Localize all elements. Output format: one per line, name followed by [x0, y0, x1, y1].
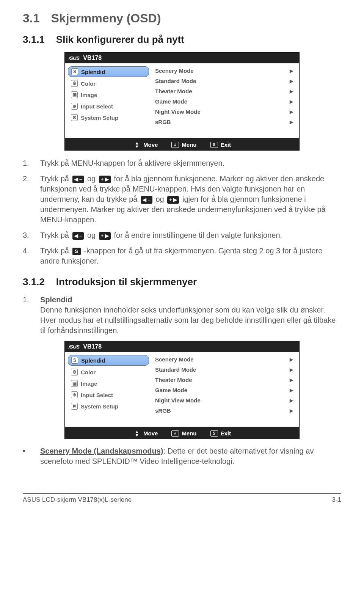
- foot-label: Menu: [182, 141, 196, 148]
- subsection-heading-3-1-2: 3.1.2Introduksjon til skjermmenyer: [23, 276, 341, 288]
- osd-footer: ▴▾Move ↲Menu SExit: [65, 139, 299, 150]
- menu-label: Splendid: [81, 69, 105, 75]
- sub-label: Night View Mode: [155, 397, 201, 404]
- color-icon: ⚙: [71, 369, 78, 375]
- chevron-right-icon: ▶: [290, 79, 293, 84]
- chevron-right-icon: ▶: [290, 377, 293, 383]
- menu-item-splendid[interactable]: S Splendid: [68, 66, 149, 77]
- s-button-icon: S: [72, 248, 81, 255]
- menu-item-color[interactable]: ⚙ Color: [68, 367, 149, 377]
- osd-body: S Splendid ⚙ Color ▣ Image ⊕ Input Selec…: [65, 63, 299, 139]
- updown-icon: ▴▾: [133, 430, 141, 437]
- asus-logo: /SUS: [69, 344, 79, 350]
- sub-item-standard[interactable]: Standard Mode▶: [154, 77, 294, 85]
- page-footer: ASUS LCD-skjerm VB178(x)L-seriene 3-1: [23, 493, 341, 511]
- input-select-icon: ⊕: [71, 391, 78, 398]
- menu-label: Splendid: [81, 357, 105, 364]
- footer-left: ASUS LCD-skjerm VB178(x)L-seriene: [23, 496, 132, 504]
- system-setup-icon: ✖: [71, 403, 78, 410]
- footer-page-number: 3-1: [332, 496, 341, 504]
- menu-item-color[interactable]: ⚙ Color: [68, 79, 149, 88]
- osd-panel: /SUS VB178 S Splendid ⚙ Color ▣ Image ⊕ …: [64, 341, 300, 439]
- sub-item-standard[interactable]: Standard Mode▶: [154, 365, 294, 374]
- sub-item-scenery[interactable]: Scenery Mode▶: [154, 66, 294, 75]
- step-2: 2. Trykk på ◀ – og + ▶ for å bla gjennom…: [23, 174, 341, 225]
- step-text: Trykk på MENU-knappen for å aktivere skj…: [40, 158, 341, 168]
- sub-label: sRGB: [155, 407, 171, 414]
- item-title: Splendid: [40, 295, 72, 304]
- color-icon: ⚙: [71, 80, 78, 87]
- updown-icon: ▴▾: [133, 142, 141, 148]
- item-body: Splendid Denne funksjonen inneholder sek…: [40, 295, 341, 336]
- sub-label: Standard Mode: [155, 366, 196, 373]
- sub-label: Game Mode: [155, 98, 187, 105]
- sub-item-scenery[interactable]: Scenery Mode▶: [154, 355, 294, 364]
- step-1: 1. Trykk på MENU-knappen for å aktivere …: [23, 158, 341, 168]
- menu-item-image[interactable]: ▣ Image: [68, 90, 149, 100]
- osd-model: VB178: [83, 343, 102, 350]
- sub-label: Night View Mode: [155, 108, 201, 115]
- step-number: 2.: [23, 174, 40, 225]
- chevron-right-icon: ▶: [290, 89, 293, 94]
- sub-item-game[interactable]: Game Mode▶: [154, 97, 294, 106]
- sub-item-game[interactable]: Game Mode▶: [154, 386, 294, 394]
- foot-exit: SExit: [210, 430, 231, 437]
- step-text: Trykk på S -knappen for å gå ut fra skje…: [40, 246, 341, 266]
- menu-item-input-select[interactable]: ⊕ Input Select: [68, 390, 149, 400]
- sub-label: Scenery Mode: [155, 68, 194, 74]
- chevron-right-icon: ▶: [290, 408, 293, 413]
- splendid-icon: S: [71, 68, 78, 75]
- menu-label: Color: [81, 369, 96, 375]
- sub-label: Game Mode: [155, 387, 187, 393]
- menu-label: System Setup: [81, 403, 118, 410]
- osd-model: VB178: [83, 55, 102, 61]
- chevron-right-icon: ▶: [290, 388, 293, 393]
- chevron-right-icon: ▶: [290, 367, 293, 372]
- menu-label: Input Select: [81, 392, 113, 398]
- bullet-scenery-mode: • Scenery Mode (Landskapsmodus): Dette e…: [23, 446, 341, 466]
- sub-item-theater[interactable]: Theater Mode▶: [154, 87, 294, 96]
- step-number: 4.: [23, 246, 40, 266]
- image-icon: ▣: [71, 380, 78, 387]
- sub-item-night-view[interactable]: Night View Mode▶: [154, 396, 294, 405]
- foot-exit: SExit: [210, 141, 231, 148]
- osd-body: S Splendid ⚙ Color ▣ Image ⊕ Input Selec…: [65, 352, 299, 428]
- foot-menu: ↲Menu: [171, 141, 196, 148]
- subsection-heading-3-1-1: 3.1.1Slik konfigurerer du på nytt: [23, 34, 341, 46]
- bullet-text: Scenery Mode (Landskapsmodus): Dette er …: [40, 446, 341, 466]
- mode-bullets: • Scenery Mode (Landskapsmodus): Dette e…: [23, 446, 341, 466]
- menu-item-splendid[interactable]: S Splendid: [68, 355, 149, 366]
- left-minus-icon: ◀ –: [141, 196, 152, 204]
- sub-item-theater[interactable]: Theater Mode▶: [154, 375, 294, 384]
- subsection-title: Slik konfigurerer du på nytt: [56, 34, 184, 45]
- menu-label: Image: [81, 92, 97, 98]
- foot-label: Exit: [221, 430, 231, 437]
- osd-footer: ▴▾Move ↲Menu SExit: [65, 428, 299, 439]
- sub-item-srgb[interactable]: sRGB▶: [154, 406, 294, 415]
- step-4: 4. Trykk på S -knappen for å gå ut fra s…: [23, 246, 341, 266]
- step-text: Trykk på ◀ – og + ▶ for å bla gjennom fu…: [40, 174, 341, 225]
- sub-label: Standard Mode: [155, 78, 196, 84]
- menu-item-input-select[interactable]: ⊕ Input Select: [68, 101, 149, 111]
- menu-label: System Setup: [81, 115, 118, 121]
- item-number: 1.: [23, 295, 40, 336]
- menu-item-system-setup[interactable]: ✖ System Setup: [68, 113, 149, 123]
- step-number: 1.: [23, 158, 40, 168]
- bullet-marker: •: [23, 446, 40, 466]
- plus-right-icon: + ▶: [99, 176, 111, 183]
- plus-right-icon: + ▶: [167, 196, 179, 204]
- sub-item-night-view[interactable]: Night View Mode▶: [154, 107, 294, 116]
- foot-move: ▴▾Move: [133, 430, 158, 437]
- menu-intro-list: 1. Splendid Denne funksjonen inneholder …: [23, 295, 341, 336]
- sub-item-srgb[interactable]: sRGB▶: [154, 118, 294, 126]
- left-minus-icon: ◀ –: [72, 232, 84, 240]
- osd-sub-menu: Scenery Mode▶ Standard Mode▶ Theater Mod…: [152, 352, 299, 427]
- step-3: 3. Trykk på ◀ – og + ▶ for å endre innst…: [23, 230, 341, 240]
- osd-titlebar: /SUS VB178: [65, 341, 299, 352]
- chevron-right-icon: ▶: [290, 99, 293, 104]
- intro-item-splendid: 1. Splendid Denne funksjonen inneholder …: [23, 295, 341, 336]
- foot-label: Exit: [221, 141, 231, 148]
- menu-item-system-setup[interactable]: ✖ System Setup: [68, 401, 149, 411]
- foot-label: Menu: [182, 430, 196, 437]
- menu-item-image[interactable]: ▣ Image: [68, 379, 149, 388]
